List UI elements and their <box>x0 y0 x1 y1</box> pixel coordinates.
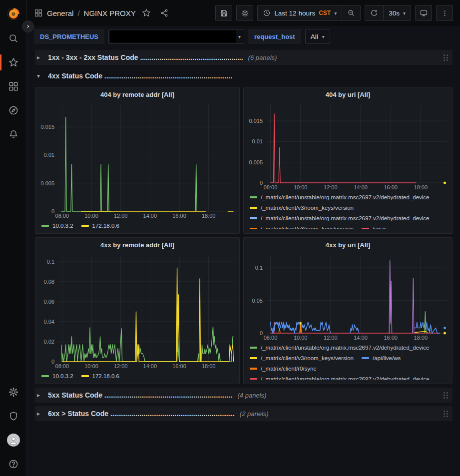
search-icon <box>8 33 19 44</box>
monitor-icon <box>420 9 428 17</box>
x-tick-label: 14:00 <box>143 363 157 369</box>
y-tick-label: 0 <box>51 208 54 214</box>
chart-plot-area[interactable] <box>58 255 234 362</box>
panel-404-by-uri: 404 by uri [All] 00.0050.010.015 08:0010… <box>243 87 453 234</box>
chart-plot-area[interactable] <box>58 104 234 211</box>
series-4xx-spikes-purple <box>413 278 414 333</box>
row-drag-handle-icon[interactable] <box>444 392 449 399</box>
save-dashboard-button[interactable] <box>215 5 232 21</box>
chart-legend: /_matrix/client/unstable/org.matrix.msc2… <box>244 191 447 229</box>
chart-plot-area[interactable] <box>267 104 447 183</box>
chevron-down-icon: ▾ <box>237 34 244 39</box>
refresh-interval-picker[interactable]: 30s ▾ <box>383 5 411 20</box>
x-tick-label: 08:00 <box>264 335 278 341</box>
panel-title[interactable]: 4xx by remote addr [All] <box>35 238 239 252</box>
sidebar-item-starred[interactable] <box>0 50 27 74</box>
panel-title[interactable]: 404 by uri [All] <box>244 87 452 101</box>
sidebar <box>0 0 27 476</box>
legend-item[interactable]: /api/live/ws <box>362 354 401 362</box>
y-tick-label: 0 <box>260 330 263 336</box>
legend-swatch <box>81 225 89 227</box>
series-10.0.3.2 <box>195 165 197 211</box>
legend-item[interactable]: /_matrix/client/v3/room_keys/version <box>250 204 354 211</box>
zoom-out-button[interactable] <box>342 5 360 20</box>
sidebar-item-explore[interactable] <box>0 98 27 122</box>
row-drag-handle-icon[interactable] <box>444 411 449 417</box>
legend-item[interactable]: /_matrix/client/v3/room_keys/version <box>250 225 354 229</box>
legend-item[interactable]: 172.18.0.6 <box>81 372 119 380</box>
sidebar-expand-button[interactable] <box>22 20 34 32</box>
row-title: 5xx Status Code ........................… <box>48 391 233 399</box>
favorite-star-icon[interactable] <box>142 8 151 17</box>
more-options-button[interactable] <box>436 5 453 21</box>
x-tick-label: 12:00 <box>114 363 128 369</box>
sidebar-item-profile[interactable] <box>0 428 27 452</box>
legend-item[interactable]: /_matrix/client/r0/sync <box>250 365 316 372</box>
datasource-variable-label[interactable]: DS_PROMETHEUS <box>34 29 104 44</box>
chevron-down-icon: ▾ <box>37 72 43 79</box>
x-tick-label: 14:00 <box>354 184 368 190</box>
legend-item[interactable]: /_matrix/client/unstable/org.matrix.msc2… <box>250 344 430 351</box>
legend-item[interactable]: /sw.js <box>362 225 387 229</box>
legend-swatch <box>81 375 89 377</box>
request-host-variable-select[interactable]: All ▾ <box>305 29 330 44</box>
sidebar-item-dashboards[interactable] <box>0 74 27 98</box>
legend-swatch <box>250 207 257 209</box>
dashboards-grid-icon <box>8 81 19 92</box>
breadcrumb-dashboard-title[interactable]: NGINX PROXY <box>84 9 136 17</box>
y-tick-label: 0.01 <box>44 152 54 158</box>
legend-item[interactable]: /_matrix/client/unstable/org.matrix.msc2… <box>250 214 430 222</box>
y-axis: 00.020.040.060.080.1 <box>35 255 58 362</box>
legend-swatch <box>250 368 257 370</box>
x-tick-label: 18:00 <box>414 335 428 341</box>
row-header-6xx[interactable]: ▸ 6xx > Status Code ....................… <box>35 406 453 421</box>
row-header-5xx[interactable]: ▸ 5xx Status Code ......................… <box>35 388 453 403</box>
time-range-picker[interactable]: Last 12 hours CST ▾ <box>258 5 342 20</box>
legend-item[interactable]: /_matrix/client/unstable/org.matrix.msc2… <box>250 375 430 380</box>
share-icon[interactable] <box>160 8 169 17</box>
row-drag-handle-icon[interactable] <box>444 54 449 61</box>
time-picker-group: Last 12 hours CST ▾ <box>257 5 361 21</box>
refresh-icon <box>370 9 378 17</box>
y-tick-label: 0.02 <box>44 339 54 345</box>
request-host-variable-label[interactable]: request_host <box>248 29 301 44</box>
sidebar-item-alerting[interactable] <box>0 122 27 146</box>
legend-item[interactable]: 10.0.3.2 <box>41 372 73 380</box>
breadcrumb-section[interactable]: General <box>47 9 73 17</box>
legend-item[interactable]: /_matrix/client/unstable/org.matrix.msc2… <box>250 193 430 201</box>
dashboard-toolbar: General / NGINX PROXY Last 12 hours CST <box>27 0 460 26</box>
x-tick-label: 16:00 <box>172 213 186 219</box>
apps-grid-icon <box>34 8 43 17</box>
x-tick-label: 12:00 <box>324 184 338 190</box>
legend-swatch <box>250 217 257 219</box>
timezone-label: CST <box>319 9 331 16</box>
datasource-variable-select[interactable]: ▾ <box>108 29 244 44</box>
chevron-down-icon: ▾ <box>322 34 325 39</box>
chart-legend: 10.0.3.2172.18.0.6 <box>35 220 234 229</box>
sidebar-item-configuration[interactable] <box>0 380 27 404</box>
tv-mode-button[interactable] <box>415 5 432 21</box>
save-icon <box>220 9 228 17</box>
panel-title[interactable]: 4xx by uri [All] <box>244 238 452 252</box>
legend-item[interactable]: 172.18.0.6 <box>81 222 119 229</box>
legend-item[interactable]: /_matrix/client/v3/room_keys/version <box>250 354 354 362</box>
panel-title[interactable]: 404 by remote addr [All] <box>35 87 239 101</box>
sidebar-item-server-admin[interactable] <box>0 404 27 428</box>
refresh-button[interactable] <box>365 5 383 20</box>
series-/_matrix/client/v3/room_keys/version <box>415 331 428 333</box>
row-header-1xx-3xx-2xx[interactable]: ▸ 1xx - 3xx - 2xx Status Code ..........… <box>35 50 453 65</box>
grafana-logo-icon[interactable] <box>6 6 21 21</box>
dashboard-settings-button[interactable] <box>236 5 253 21</box>
sidebar-item-help[interactable] <box>0 452 27 476</box>
row-header-4xx[interactable]: ▾ 4xx Status Code ......................… <box>35 68 453 83</box>
y-tick-label: 0.1 <box>47 259 54 265</box>
y-tick-label: 0.005 <box>40 180 54 186</box>
help-icon <box>8 459 19 470</box>
chart-plot-area[interactable] <box>267 255 447 333</box>
time-range-label: Last 12 hours <box>274 9 315 17</box>
legend-item[interactable]: 10.0.3.2 <box>41 222 73 229</box>
compass-icon <box>8 105 19 116</box>
chevron-right-icon: ▸ <box>37 410 43 417</box>
x-tick-label: 12:00 <box>114 213 128 219</box>
x-tick-label: 08:00 <box>55 213 69 219</box>
